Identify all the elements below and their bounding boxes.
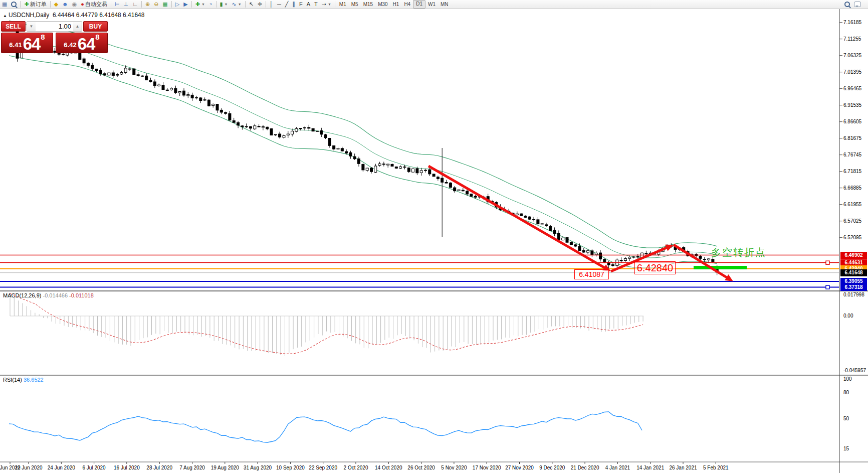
tile-windows-icon: ▦: [162, 1, 167, 8]
one-click-trading-panel: SELL ▼ 1.00 ▲ BUY 6.41 64 8 6.42 64 8: [1, 21, 108, 53]
text-tool-icon: A: [307, 1, 310, 8]
timeframe-W1[interactable]: W1: [425, 1, 438, 8]
cursor-tool-button[interactable]: ↖: [247, 1, 256, 8]
timeframe-H1[interactable]: H1: [390, 1, 402, 8]
price-axis-tick: 6.86605: [843, 119, 866, 124]
timeframe-H4[interactable]: H4: [401, 1, 413, 8]
volume-value[interactable]: 1.00: [36, 22, 73, 31]
arrows-tool-button[interactable]: ➝▼: [320, 1, 333, 8]
date-axis-label: 14 Oct 2020: [375, 465, 402, 470]
crosshair-tool-button[interactable]: ✛: [256, 1, 264, 8]
timeframe-M15[interactable]: M15: [361, 1, 375, 8]
label-tool-button[interactable]: T: [312, 1, 320, 8]
text-tool-button[interactable]: A: [305, 1, 312, 8]
date-axis-label: 17 Nov 2020: [473, 465, 501, 470]
timeframe-MN[interactable]: MN: [438, 1, 451, 8]
bull-bear-turning-point-note[interactable]: 多空转折点: [711, 246, 766, 259]
trendline-tool-button[interactable]: ╱: [283, 1, 291, 8]
price-badge: 6.41648: [840, 269, 867, 276]
hline-6.37318[interactable]: [0, 285, 839, 289]
macd-indicator-label: MACD(12,26,9) -0.014466 -0.011018: [3, 292, 94, 298]
new-chart-icon: ▦: [2, 1, 7, 8]
new-order-label: 新订单: [30, 1, 47, 8]
toolbar-separator: [245, 1, 246, 8]
date-axis-label: 14 Jan 2021: [636, 465, 664, 470]
signals-button[interactable]: ◉: [70, 1, 79, 8]
price-annotation-label[interactable]: 6.41087: [574, 269, 609, 279]
toolbar-separator: [335, 1, 335, 8]
toolbar-separator: [50, 1, 51, 8]
step-test-button[interactable]: ▶: [181, 1, 189, 8]
timeframe-M5[interactable]: M5: [349, 1, 361, 8]
timeframe-D1[interactable]: D1: [413, 0, 425, 9]
macd-signal-value: -0.011018: [69, 292, 94, 298]
search-button[interactable]: [842, 1, 852, 8]
zoom-out-button[interactable]: ⊖: [152, 1, 160, 8]
rsi-value: 36.6522: [24, 377, 44, 383]
buy-quote-tile[interactable]: 6.42 64 8: [56, 33, 108, 53]
date-axis-label: 21 Dec 2020: [571, 465, 599, 470]
toolbar-separator: [171, 1, 172, 8]
trend-arrow[interactable]: [428, 166, 611, 271]
date-axis-label: 12 Jun 2020: [15, 465, 42, 470]
label-tool-icon: T: [314, 1, 318, 8]
buy-button[interactable]: BUY: [83, 21, 108, 32]
price-axis-tick: 7.16185: [843, 20, 866, 25]
new-chart-button[interactable]: ▦: [0, 1, 9, 8]
community-button[interactable]: ☻: [60, 1, 70, 8]
autotrading-button[interactable]: ●自动交易: [79, 1, 109, 8]
price-axis-tick: 6.66885: [843, 185, 866, 191]
autotrading-icon: ●: [81, 1, 84, 8]
add-indicator-button[interactable]: ✚▼: [193, 1, 207, 8]
macd-histogram: [10, 295, 643, 356]
trading-terminal-window: ▦✚新订单◆☻◉●自动交易⊢⊥∟⊕⊖▦▷▶✚▼◔▮▼∿▼↖✛│─╱∥FAT➝▼M…: [0, 0, 868, 473]
hline-tool-button[interactable]: ─: [275, 1, 283, 8]
chart-ohlc-values: 6.44464 6.44779 6.41648 6.41648: [53, 12, 145, 19]
chart-shift-button[interactable]: ∟: [130, 1, 140, 8]
rsi-indicator-label: RSI(14) 36.6522: [3, 377, 44, 383]
fibo-tool-button[interactable]: F: [297, 1, 305, 8]
price-badge: 6.37318: [840, 284, 867, 291]
volume-increase-button[interactable]: ▲: [73, 22, 82, 31]
autotrading-label: 自动交易: [85, 1, 107, 8]
style-painter-button[interactable]: ◆: [52, 1, 60, 8]
dropdown-caret-icon: ▼: [201, 3, 205, 6]
zoom-in-button[interactable]: ⊕: [143, 1, 152, 8]
channel-tool-button[interactable]: ∥: [290, 1, 297, 8]
date-axis-label: 7 Aug 2020: [179, 465, 205, 470]
chart-title: ▲USDCNH,Daily 6.44464 6.44779 6.41648 6.…: [3, 12, 144, 19]
price-axis-tick: 6.71815: [843, 169, 866, 174]
vline-tool-button[interactable]: │: [268, 1, 275, 8]
timeframe-M30[interactable]: M30: [375, 1, 390, 8]
price-annotation-label[interactable]: 6.42840: [634, 261, 676, 274]
timeframe-M1[interactable]: M1: [337, 1, 349, 8]
chart-candles-mode-button[interactable]: ▮▼: [218, 1, 230, 8]
chart-line-mode-icon: ∿: [232, 1, 237, 8]
date-axis-label: 26 Jan 2021: [669, 465, 697, 470]
tile-windows-button[interactable]: ▦: [160, 1, 169, 8]
step-forward-button[interactable]: ▷: [173, 1, 181, 8]
period-clock-button[interactable]: ◔: [207, 1, 214, 8]
chart-line-mode-button[interactable]: ∿▼: [230, 1, 244, 8]
date-axis-label: 19 Aug 2020: [211, 465, 239, 470]
price-axis-tick: 6.57025: [843, 218, 866, 224]
chart-zoom-window-button[interactable]: [9, 1, 19, 8]
price-axis-tick: 7.06325: [843, 53, 866, 58]
rsi-line: [9, 412, 642, 442]
volume-decrease-button[interactable]: ▼: [27, 22, 36, 31]
toolbar-separator: [111, 1, 111, 8]
date-axis-label: 24 Jun 2020: [48, 465, 75, 470]
date-axis-label: 16 Jul 2020: [114, 465, 140, 470]
sell-quote-tile[interactable]: 6.41 64 8: [1, 33, 53, 53]
collapse-triangle-icon[interactable]: ▲: [3, 14, 7, 18]
new-order-button[interactable]: ✚新订单: [22, 1, 48, 8]
chart-shift-icon: ∟: [132, 1, 138, 8]
hline-tool-icon: ─: [277, 1, 281, 8]
dropdown-caret-icon: ▼: [238, 3, 242, 6]
sell-price-big: 64: [23, 37, 41, 52]
sell-button[interactable]: SELL: [1, 21, 26, 32]
green-support-bar[interactable]: [694, 266, 747, 269]
notifications-button[interactable]: 1: [852, 1, 863, 8]
scroll-to-end-button[interactable]: ⊢: [113, 1, 122, 8]
auto-scroll-button[interactable]: ⊥: [122, 1, 131, 8]
